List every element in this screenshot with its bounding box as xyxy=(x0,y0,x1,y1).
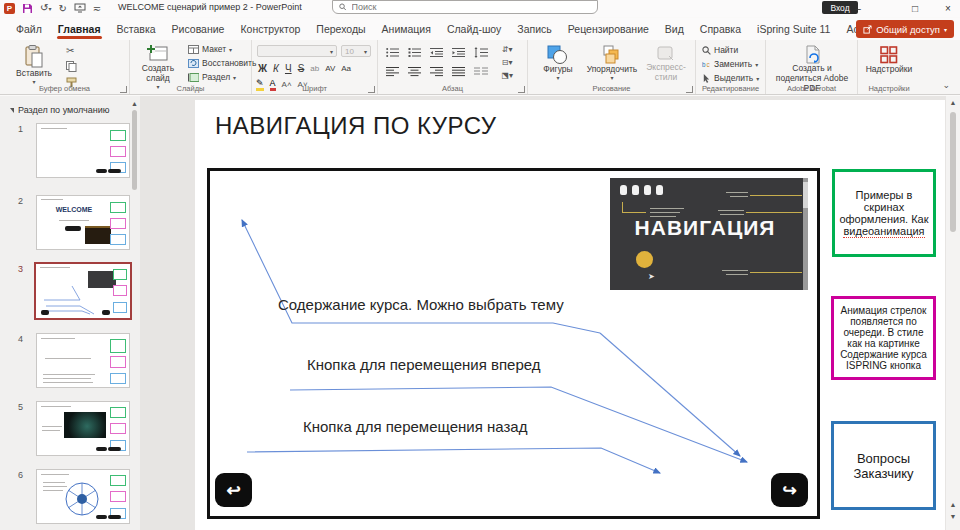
bulb-icon xyxy=(644,185,651,195)
search-input[interactable] xyxy=(352,2,591,12)
section-button[interactable]: Раздел▾ xyxy=(188,72,256,82)
align-text-button[interactable]: ⊟▾ xyxy=(502,58,513,67)
customize-qat-icon[interactable]: ≂ xyxy=(93,3,101,14)
slide-thumbnail-5[interactable] xyxy=(36,401,130,456)
back-nav-button[interactable]: ↩ xyxy=(215,473,252,507)
slide-thumbnail-4[interactable] xyxy=(36,333,130,388)
quick-access-toolbar: P ↺▾ ↻ ≂ xyxy=(4,1,101,15)
undo-icon[interactable]: ↺▾ xyxy=(40,2,51,15)
quick-styles-button[interactable]: Экспресс-стили xyxy=(642,42,690,83)
convert-smartart-button[interactable]: ⬔▾ xyxy=(501,71,513,80)
change-case-button[interactable]: Aa xyxy=(339,64,353,73)
tab-record[interactable]: Запись xyxy=(509,19,559,40)
navigation-image[interactable]: НАВИГАЦИЯ ➤ xyxy=(610,178,808,290)
note-green-underlined: видеоанимация xyxy=(843,225,924,237)
char-spacing-button[interactable]: AV xyxy=(323,64,337,73)
slide-thumbnail-6[interactable] xyxy=(36,469,130,524)
paste-icon xyxy=(24,45,44,69)
addins-button[interactable]: Надстройки xyxy=(866,42,912,75)
bullets-icon[interactable] xyxy=(386,47,399,58)
align-left-icon[interactable] xyxy=(386,66,399,77)
tab-view[interactable]: Вид xyxy=(657,19,692,40)
start-slideshow-icon[interactable] xyxy=(74,3,86,13)
replace-button[interactable]: bcЗаменить▾ xyxy=(702,59,759,69)
shapes-caret-icon: ▾ xyxy=(556,75,559,82)
numbering-icon[interactable] xyxy=(408,47,421,58)
increase-indent-icon[interactable] xyxy=(452,47,465,58)
slide-thumbnail-2[interactable]: WELCOME xyxy=(36,195,130,250)
copy-icon[interactable] xyxy=(66,61,77,72)
close-button[interactable]: × xyxy=(936,0,960,16)
note-blue[interactable]: Вопросы Заказчику xyxy=(831,421,936,510)
line-spacing-icon[interactable] xyxy=(474,47,488,58)
collapse-ribbon-icon[interactable]: ⌄ xyxy=(942,80,950,90)
note-green[interactable]: Примеры в скринах оформления. Как видеоа… xyxy=(832,169,936,257)
callout-forward[interactable]: Кнопка для перемещения вперед xyxy=(307,356,541,373)
columns-icon[interactable] xyxy=(474,66,488,77)
align-right-icon[interactable] xyxy=(430,66,443,77)
align-center-icon[interactable] xyxy=(408,66,421,77)
slide-thumbnail-1[interactable] xyxy=(36,123,130,178)
previous-slide-icon[interactable]: ▲ xyxy=(946,501,960,508)
tab-help[interactable]: Справка xyxy=(692,19,749,40)
underline-button[interactable]: Ч xyxy=(283,63,294,74)
section-header[interactable]: Раздел по умолчанию xyxy=(10,105,110,115)
drawing-dialog-launcher[interactable] xyxy=(686,86,693,93)
tab-slideshow[interactable]: Слайд-шоу xyxy=(439,19,509,40)
adobe-pdf-icon xyxy=(804,45,821,64)
panel-scroll-up-icon[interactable]: ▲ xyxy=(131,100,138,107)
search-box[interactable] xyxy=(332,0,598,14)
font-dialog-launcher[interactable] xyxy=(368,86,375,93)
clipboard-dialog-launcher[interactable] xyxy=(120,86,127,93)
scrollbar-thumb[interactable] xyxy=(950,112,956,232)
find-button[interactable]: Найти xyxy=(702,45,759,55)
layout-button[interactable]: Макет▾ xyxy=(188,44,256,54)
strikethrough-button[interactable]: S xyxy=(296,63,307,74)
tab-transitions[interactable]: Переходы xyxy=(308,19,373,40)
justify-icon[interactable] xyxy=(452,66,465,77)
forward-nav-button[interactable]: ↪ xyxy=(771,473,808,507)
redo-icon[interactable]: ↻ xyxy=(58,3,66,14)
maximize-button[interactable]: □ xyxy=(903,0,927,16)
minimize-button[interactable]: – xyxy=(846,0,870,16)
arrange-button[interactable]: Упорядочить▾ xyxy=(584,42,640,82)
group-font: ▾ 10▾ Ж К Ч S ab AV Aa ✎ А А˄ А˅ Шрифт xyxy=(252,40,378,94)
tab-ispring[interactable]: iSpring Suite 11 xyxy=(749,19,838,40)
tab-animations[interactable]: Анимация xyxy=(374,19,439,40)
text-shadow-button[interactable]: ab xyxy=(308,64,321,73)
vertical-scrollbar[interactable]: ▲ ▲ ▼ xyxy=(946,96,960,530)
text-direction-button[interactable]: ⇵▾ xyxy=(502,45,513,54)
slide-title[interactable]: НАВИГАЦИЯ ПО КУРСУ xyxy=(215,112,497,140)
paragraph-dialog-launcher[interactable] xyxy=(518,86,525,93)
note-magenta[interactable]: Анимация стрелок появляется по очереди. … xyxy=(831,296,936,380)
tab-review[interactable]: Рецензирование xyxy=(560,19,657,40)
next-slide-icon[interactable]: ▼ xyxy=(946,513,960,520)
tab-home[interactable]: Главная xyxy=(50,19,109,40)
slide-canvas[interactable]: НАВИГАЦИЯ ПО КУРСУ НАВИГАЦИЯ xyxy=(195,100,945,530)
cut-icon[interactable]: ✂ xyxy=(66,45,77,56)
share-button[interactable]: Общий доступ ▾ xyxy=(856,20,954,38)
decrease-indent-icon[interactable] xyxy=(430,47,443,58)
paste-button[interactable]: Вставить▾ xyxy=(12,42,56,86)
tab-design[interactable]: Конструктор xyxy=(232,19,308,40)
italic-button[interactable]: К xyxy=(271,63,281,74)
tab-file[interactable]: Файл xyxy=(8,19,50,40)
reset-button[interactable]: Восстановить xyxy=(188,58,256,68)
group-addins: Надстройки Надстройки xyxy=(858,40,920,94)
scroll-up-icon[interactable]: ▲ xyxy=(946,99,960,106)
tab-insert[interactable]: Вставка xyxy=(109,19,164,40)
bulb-icon xyxy=(656,185,663,195)
slide-thumbnail-3[interactable] xyxy=(34,262,132,320)
shapes-icon xyxy=(547,45,569,65)
shapes-button[interactable]: Фигуры▾ xyxy=(536,42,580,82)
panel-scrollbar[interactable] xyxy=(132,110,137,190)
callout-contents[interactable]: Содержание курса. Можно выбрать тему xyxy=(278,296,564,313)
bold-button[interactable]: Ж xyxy=(256,63,269,74)
save-icon[interactable] xyxy=(22,3,33,14)
font-name-combo[interactable]: ▾ xyxy=(257,45,337,57)
replace-icon: bc xyxy=(702,60,711,69)
font-size-combo[interactable]: 10▾ xyxy=(341,45,371,57)
callout-back[interactable]: Кнопка для перемещения назад xyxy=(303,418,527,435)
tab-draw[interactable]: Рисование xyxy=(164,19,233,40)
select-button[interactable]: Выделить▾ xyxy=(702,73,759,83)
